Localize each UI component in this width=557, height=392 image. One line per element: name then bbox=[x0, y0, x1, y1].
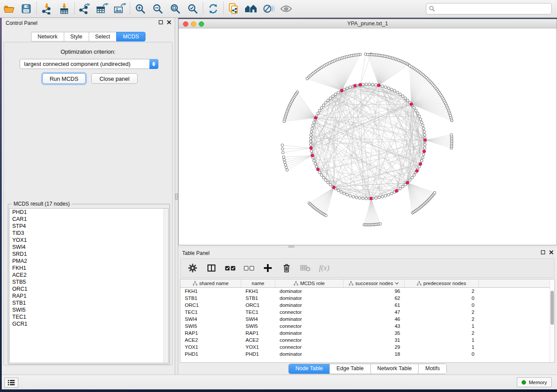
network-dominator-node[interactable] bbox=[316, 168, 319, 171]
close-panel-button[interactable]: Close panel bbox=[91, 73, 138, 84]
column-header-name[interactable]: name bbox=[241, 279, 275, 287]
network-node[interactable] bbox=[422, 153, 425, 156]
network-node[interactable] bbox=[327, 181, 329, 184]
network-node[interactable] bbox=[322, 176, 325, 179]
network-node[interactable] bbox=[318, 171, 321, 174]
network-node[interactable] bbox=[393, 89, 396, 92]
network-node[interactable] bbox=[371, 83, 374, 86]
network-leaf-node[interactable] bbox=[306, 77, 308, 80]
mcds-result-item[interactable]: GCR1 bbox=[10, 320, 168, 327]
network-node[interactable] bbox=[337, 189, 339, 192]
network-node[interactable] bbox=[309, 137, 312, 140]
network-leaf-node[interactable] bbox=[379, 223, 381, 225]
network-leaf-node[interactable] bbox=[450, 134, 453, 136]
network-node[interactable] bbox=[337, 91, 339, 94]
zoom-in-icon[interactable] bbox=[131, 1, 149, 17]
network-dominator-node[interactable] bbox=[424, 138, 427, 141]
network-canvas[interactable] bbox=[179, 28, 557, 245]
network-node[interactable] bbox=[401, 95, 404, 97]
network-leaf-node[interactable] bbox=[408, 65, 411, 67]
network-leaf-node[interactable] bbox=[286, 168, 288, 171]
zoom-selected-icon[interactable] bbox=[184, 1, 201, 17]
network-dominator-node[interactable] bbox=[410, 103, 413, 106]
export-network-icon[interactable] bbox=[76, 1, 93, 17]
mcds-result-item[interactable]: FKH1 bbox=[10, 265, 168, 272]
mcds-result-item[interactable]: ACE2 bbox=[10, 272, 168, 279]
column-header-successor-nodes[interactable]: successor nodes bbox=[343, 279, 405, 287]
table-row[interactable]: STB1STB1dominator620 bbox=[180, 295, 554, 302]
run-mcds-button[interactable]: Run MCDS bbox=[42, 73, 86, 84]
table-row[interactable]: YOX1YOX1connector291 bbox=[180, 344, 554, 351]
network-node[interactable] bbox=[418, 115, 421, 117]
network-node[interactable] bbox=[349, 195, 352, 197]
mcds-result-item[interactable]: PHD1 bbox=[10, 209, 168, 216]
network-node[interactable] bbox=[415, 109, 417, 112]
network-dominator-node[interactable] bbox=[311, 154, 314, 157]
mcds-result-item[interactable]: ORC1 bbox=[10, 285, 168, 292]
hide-selected-icon[interactable] bbox=[260, 1, 277, 17]
vertical-splitter[interactable] bbox=[175, 18, 178, 375]
network-node[interactable] bbox=[311, 124, 314, 127]
save-session-icon[interactable] bbox=[17, 1, 35, 17]
network-node[interactable] bbox=[423, 147, 426, 149]
tab-edge-table[interactable]: Edge Table bbox=[330, 364, 370, 374]
network-node[interactable] bbox=[352, 196, 355, 198]
network-leaf-node[interactable] bbox=[283, 158, 285, 161]
network-node[interactable] bbox=[322, 104, 325, 107]
network-node[interactable] bbox=[310, 131, 313, 133]
network-node[interactable] bbox=[346, 193, 348, 196]
network-node[interactable] bbox=[418, 165, 421, 168]
table-row[interactable]: RAP1RAP1dominator352 bbox=[180, 330, 554, 337]
tab-motifs[interactable]: Motifs bbox=[419, 364, 446, 374]
splitter-handle[interactable] bbox=[288, 246, 294, 248]
network-node[interactable] bbox=[419, 118, 422, 120]
first-neighbors-icon[interactable] bbox=[242, 1, 260, 17]
open-session-icon[interactable] bbox=[0, 1, 17, 17]
mcds-result-item[interactable]: TEC1 bbox=[10, 313, 168, 320]
table-row[interactable]: PHD1PHD1dominator180 bbox=[180, 351, 554, 358]
network-leaf-node[interactable] bbox=[282, 151, 284, 154]
network-leaf-node[interactable] bbox=[282, 156, 285, 158]
import-table-icon[interactable] bbox=[55, 1, 73, 17]
network-leaf-node[interactable] bbox=[284, 164, 287, 166]
network-node[interactable] bbox=[340, 191, 343, 193]
mcds-result-item[interactable]: SRD1 bbox=[10, 251, 168, 258]
table-row[interactable]: ACE2ACE2connector311 bbox=[180, 337, 554, 344]
network-dominator-node[interactable] bbox=[353, 84, 356, 87]
network-node[interactable] bbox=[390, 192, 393, 195]
tab-node-table[interactable]: Node Table bbox=[289, 364, 330, 374]
delete-table-icon[interactable] bbox=[300, 262, 311, 274]
new-network-from-selection-icon[interactable] bbox=[225, 1, 242, 17]
network-dominator-node[interactable] bbox=[406, 181, 409, 184]
mcds-result-item[interactable]: SWI4 bbox=[10, 244, 168, 251]
tab-mcds[interactable]: MCDS bbox=[116, 32, 145, 41]
export-image-icon[interactable] bbox=[111, 1, 128, 17]
network-node[interactable] bbox=[334, 93, 337, 96]
network-node[interactable] bbox=[384, 86, 387, 88]
mcds-result-item[interactable]: PMA2 bbox=[10, 258, 168, 265]
network-node[interactable] bbox=[310, 150, 313, 152]
network-leaf-node[interactable] bbox=[433, 191, 436, 194]
network-node[interactable] bbox=[422, 156, 424, 159]
network-node[interactable] bbox=[346, 87, 348, 89]
network-node[interactable] bbox=[320, 174, 323, 176]
network-node[interactable] bbox=[401, 186, 404, 188]
network-leaf-node[interactable] bbox=[283, 120, 285, 123]
network-node[interactable] bbox=[332, 95, 334, 97]
memory-button[interactable]: Memory bbox=[517, 377, 552, 387]
network-node[interactable] bbox=[396, 91, 399, 94]
network-dominator-node[interactable] bbox=[415, 169, 419, 172]
mcds-result-list[interactable]: PHD1CAR1STP4TID3YOX1SWI4SRD1PMA2FKH1ACE2… bbox=[9, 208, 169, 363]
search-input[interactable] bbox=[426, 3, 552, 14]
network-node[interactable] bbox=[423, 131, 426, 133]
mcds-result-item[interactable]: CAR1 bbox=[10, 216, 168, 223]
table-row[interactable]: SWI5SWI5connector431 bbox=[180, 323, 554, 330]
network-node[interactable] bbox=[423, 134, 426, 136]
network-node[interactable] bbox=[324, 179, 327, 182]
zoom-out-icon[interactable] bbox=[149, 1, 166, 17]
network-dominator-node[interactable] bbox=[314, 116, 317, 119]
table-row[interactable]: ORC1ORC1dominator610 bbox=[180, 302, 554, 309]
network-node[interactable] bbox=[315, 165, 318, 168]
network-node[interactable] bbox=[320, 107, 323, 109]
export-table-icon[interactable] bbox=[93, 1, 111, 17]
